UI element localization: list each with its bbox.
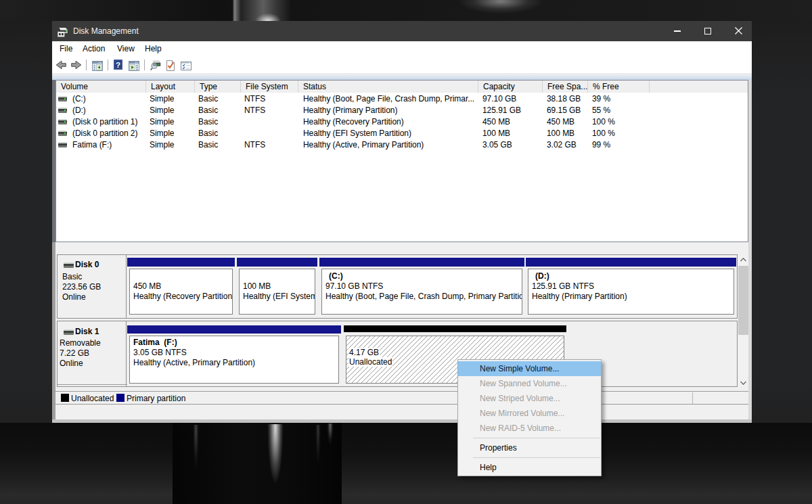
svg-text:?: ?	[116, 61, 120, 69]
